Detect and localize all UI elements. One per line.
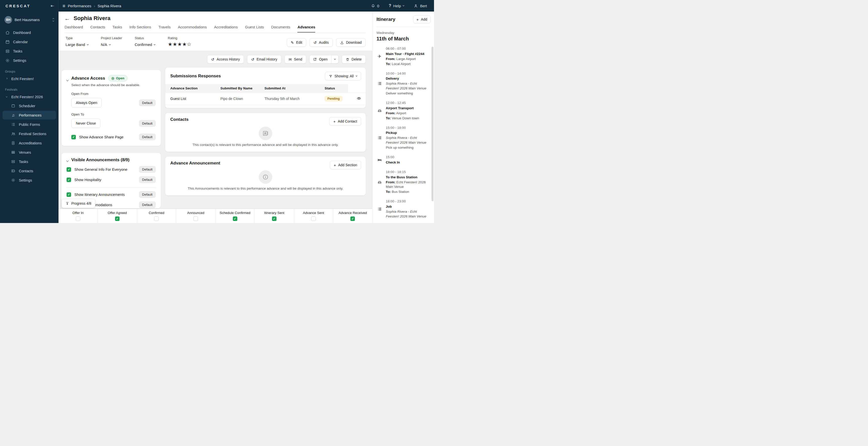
- showing-filter-button[interactable]: Showing: All: [325, 72, 361, 81]
- default-pill[interactable]: Default: [139, 166, 156, 173]
- back-button[interactable]: ←: [65, 16, 70, 21]
- announcement-checkbox[interactable]: [67, 167, 71, 172]
- tab-accommodations[interactable]: Accommodations: [178, 25, 207, 33]
- sidebar-user-switcher[interactable]: BH Bert Hausmans: [2, 14, 56, 28]
- star-icon[interactable]: ★: [168, 41, 173, 47]
- schedule-confirmed-checkbox[interactable]: [233, 217, 237, 221]
- view-submission-eye-icon[interactable]: [356, 96, 361, 101]
- sidebar-item-festival-settings[interactable]: Settings: [2, 176, 56, 185]
- notifications-button[interactable]: 0: [371, 4, 379, 8]
- itinerary-add-button[interactable]: + Add: [413, 15, 431, 23]
- sidebar-item-tasks[interactable]: Tasks: [2, 47, 56, 56]
- star-icon[interactable]: ☆: [187, 41, 192, 47]
- sidebar-item-venues[interactable]: Venues: [2, 148, 56, 157]
- sidebar-item-calendar[interactable]: Calendar: [2, 37, 56, 46]
- itinerary-sent-checkbox[interactable]: [272, 217, 277, 221]
- offer-agreed-checkbox[interactable]: [115, 217, 120, 221]
- project-leader-dropdown[interactable]: N/A: [101, 42, 122, 47]
- list-icon: [376, 136, 382, 140]
- show-advance-share-page-checkbox[interactable]: [71, 135, 76, 139]
- history-icon: ↺: [313, 41, 317, 44]
- tab-accreditations[interactable]: Accreditations: [214, 25, 238, 33]
- itinerary-item-pickup[interactable]: 15:00 - 18:00 Pickup Sophia Rivera - Ech…: [376, 126, 431, 150]
- tab-advances[interactable]: Advances: [298, 25, 315, 33]
- advance-access-card: Advance Access ◎ Open Select when the ad…: [62, 70, 161, 146]
- itinerary-item-check-in[interactable]: 15:00 Check In: [376, 155, 431, 165]
- submissions-table: Advance Section Submitted By Name Submit…: [165, 84, 366, 105]
- star-icon[interactable]: ★: [182, 41, 187, 47]
- list-icon: [376, 82, 382, 86]
- sidebar-item-accreditations[interactable]: Accreditations: [2, 139, 56, 148]
- rating-stars[interactable]: ★★★★☆: [168, 41, 192, 47]
- tab-guest-lists[interactable]: Guest Lists: [245, 25, 264, 33]
- sidebar-festival-echt-feesten-2026[interactable]: Echt Feesten! 2026: [2, 93, 56, 101]
- star-icon[interactable]: ★: [177, 41, 182, 47]
- default-pill[interactable]: Default: [139, 201, 156, 208]
- itinerary-scrollbar[interactable]: [432, 47, 434, 201]
- sidebar-item-festival-tasks[interactable]: Tasks: [2, 157, 56, 166]
- breadcrumb-performances[interactable]: Performances: [68, 4, 91, 8]
- sidebar-item-performances[interactable]: ♫ Performances: [2, 111, 56, 120]
- edit-button[interactable]: ✎ Edit: [287, 38, 306, 47]
- status-confirmed: Confirmed: [137, 209, 176, 223]
- advance-sent-checkbox[interactable]: [311, 217, 316, 221]
- tab-contacts[interactable]: Contacts: [90, 25, 105, 33]
- page-title: Sophia Rivera: [73, 15, 111, 22]
- default-pill[interactable]: Default: [139, 99, 156, 106]
- add-section-button[interactable]: + Add Section: [330, 161, 361, 169]
- tab-tasks[interactable]: Tasks: [113, 25, 122, 33]
- itinerary-item-delivery[interactable]: 10:00 - 14:00 Delivery Sophia Rivera - E…: [376, 71, 431, 96]
- access-history-button[interactable]: ↺ Access History: [207, 55, 244, 64]
- announcement-checkbox[interactable]: [67, 178, 71, 182]
- announcement-checkbox[interactable]: [67, 192, 71, 197]
- progress-button[interactable]: Progress 4/8: [62, 199, 95, 208]
- send-button[interactable]: ✉ Send: [285, 55, 306, 64]
- open-menu-button[interactable]: [331, 55, 338, 63]
- add-contact-button[interactable]: + Add Contact: [329, 117, 361, 126]
- offer-in-checkbox[interactable]: [76, 217, 81, 221]
- delete-button[interactable]: Delete: [342, 55, 366, 64]
- tab-documents[interactable]: Documents: [271, 25, 290, 33]
- help-button[interactable]: ? Help: [389, 4, 404, 8]
- email-history-button[interactable]: ↺ Email History: [247, 55, 281, 64]
- tab-dashboard[interactable]: Dashboard: [65, 25, 83, 33]
- itinerary-item-job[interactable]: 18:00 - 23:00 Job Sophia Rivera - Echt F…: [376, 199, 431, 219]
- sidebar-item-festival-sections[interactable]: Festival Sections: [2, 129, 56, 138]
- open-from-select[interactable]: Always Open: [71, 98, 102, 107]
- announced-checkbox[interactable]: [193, 217, 198, 221]
- collapse-card-icon[interactable]: [67, 77, 68, 140]
- collapse-card-icon[interactable]: [67, 158, 68, 162]
- sidebar-item-scheduler[interactable]: Scheduler: [2, 101, 56, 110]
- tab-travels[interactable]: Travels: [158, 25, 171, 33]
- user-menu-button[interactable]: Bert: [414, 4, 427, 8]
- download-icon: [340, 41, 344, 44]
- type-dropdown[interactable]: Large Band: [66, 42, 88, 47]
- open-button[interactable]: Open: [310, 55, 331, 63]
- default-pill[interactable]: Default: [139, 120, 156, 127]
- open-to-select[interactable]: Never Close: [71, 119, 100, 128]
- sidebar-item-settings[interactable]: Settings: [2, 56, 56, 65]
- status-itinerary-sent: Itinerary Sent: [255, 209, 294, 223]
- status-dropdown[interactable]: Confirmed: [135, 42, 155, 47]
- advance-received-checkbox[interactable]: [350, 217, 355, 221]
- itinerary-item-flight[interactable]: ✈ 06:00 - 07:00 Main Tour - Flight #2244…: [376, 46, 431, 67]
- sidebar-group-echt-feesten[interactable]: Echt Feesten!: [2, 75, 56, 83]
- itinerary-item-bus-station[interactable]: 18:00 - 18:15 To the Buss Station From: …: [376, 170, 431, 194]
- confirmed-checkbox[interactable]: [154, 217, 159, 221]
- sidebar-item-festival-contacts[interactable]: Contacts: [2, 166, 56, 175]
- table-row[interactable]: Guest List Pipo de Clown Thursday 5th of…: [165, 93, 366, 105]
- download-button[interactable]: Download: [336, 38, 366, 47]
- sidebar-item-public-forms[interactable]: Public Forms: [2, 120, 56, 129]
- audits-button[interactable]: ↺ Audits: [309, 38, 333, 47]
- plus-icon: +: [416, 18, 419, 21]
- menu-icon[interactable]: ≡: [63, 3, 65, 8]
- default-pill[interactable]: Default: [139, 191, 156, 198]
- itinerary-item-airport-transport[interactable]: 12:00 - 12:45 Airport Transport From: Ai…: [376, 101, 431, 121]
- tab-info-sections[interactable]: Info Sections: [129, 25, 151, 33]
- star-icon[interactable]: ★: [173, 41, 177, 47]
- status-offer-in: Offer In: [59, 209, 98, 223]
- sidebar-item-dashboard[interactable]: Dashboard: [2, 28, 56, 37]
- collapse-sidebar-icon[interactable]: ⇤: [51, 4, 54, 8]
- default-pill[interactable]: Default: [139, 176, 156, 183]
- default-pill[interactable]: Default: [139, 134, 156, 140]
